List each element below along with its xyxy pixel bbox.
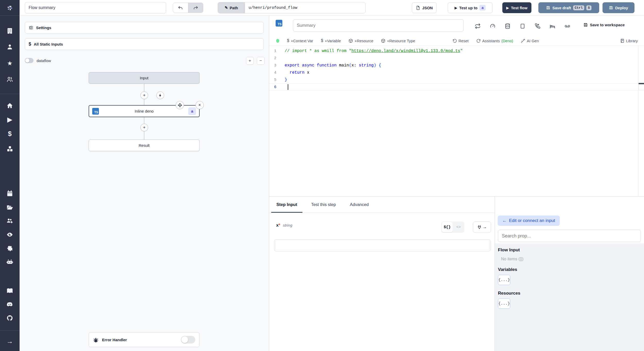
docs-book-icon[interactable] <box>6 287 14 295</box>
save-to-workspace-button[interactable]: Save to workspace <box>583 23 625 27</box>
folders-icon[interactable] <box>6 203 14 211</box>
square-icon[interactable] <box>519 23 526 29</box>
line-number: 4 <box>269 71 279 75</box>
add-resource-button[interactable]: +Resource <box>349 39 373 43</box>
undo-button[interactable] <box>173 3 188 13</box>
package-icon <box>349 39 353 43</box>
assistants-lang: (Deno) <box>501 39 513 43</box>
test-up-to-button[interactable]: ▶ Test up to a <box>448 2 493 13</box>
editor-overview-ruler[interactable] <box>638 46 644 196</box>
save-draft-label: Save draft <box>552 6 571 10</box>
input-mode-toggle: ${} <> <box>441 221 464 233</box>
flow-input-node[interactable]: Input <box>89 72 200 84</box>
step-input-value-field[interactable] <box>274 239 491 251</box>
tab-step-input[interactable]: Step Input <box>271 196 302 212</box>
kbd-s: S <box>586 5 591 10</box>
save-draft-button[interactable]: Save draft Ctrl S <box>538 2 599 13</box>
search-prop-input[interactable] <box>498 230 641 242</box>
flow-result-node[interactable]: Result <box>89 140 200 151</box>
phone-incoming-icon[interactable] <box>534 23 541 29</box>
package-icon <box>381 39 385 43</box>
trigger-bolt-button[interactable] <box>156 91 164 99</box>
bed-icon[interactable] <box>549 23 556 29</box>
template-mode-button[interactable]: ${} <box>442 222 453 232</box>
workers-robot-icon[interactable] <box>6 258 14 266</box>
resources-section-title: Resources <box>498 291 641 296</box>
favorites-star-icon[interactable]: ★ <box>6 59 14 67</box>
undo-redo-group <box>173 3 203 13</box>
json-button-label: JSON <box>422 6 433 10</box>
refresh-cw-icon <box>476 39 481 43</box>
path-group: ✎ Path <box>218 2 366 13</box>
repeat-icon[interactable] <box>474 23 481 29</box>
delete-step-button[interactable]: × <box>196 101 204 109</box>
tab-advanced[interactable]: Advanced <box>345 196 374 212</box>
add-resource-type-button[interactable]: +Resource Type <box>381 39 415 43</box>
database-icon[interactable] <box>504 23 511 29</box>
move-step-button[interactable] <box>176 101 184 109</box>
library-button[interactable]: Library <box>620 39 638 43</box>
plug-icon <box>477 225 482 229</box>
deploy-button[interactable]: Deploy <box>603 2 634 13</box>
path-input[interactable] <box>245 2 365 13</box>
json-button[interactable]: JSON <box>412 2 437 13</box>
error-handler-toggle[interactable] <box>181 336 195 344</box>
code-mode-button[interactable]: <> <box>453 222 464 232</box>
redo-button[interactable] <box>188 3 203 13</box>
dataflow-row: dataflow <box>25 58 51 63</box>
groups-gear-icon[interactable] <box>6 217 14 225</box>
home-icon[interactable] <box>6 102 14 109</box>
user-group-icon[interactable] <box>6 75 14 83</box>
insert-step-button[interactable]: + <box>140 91 148 99</box>
test-flow-button[interactable]: ▶ Test flow <box>502 2 531 13</box>
audit-eye-icon[interactable] <box>6 231 14 238</box>
dataflow-label: dataflow <box>37 58 51 63</box>
line-number: 3 <box>269 63 279 68</box>
line-number: 2 <box>269 56 279 61</box>
add-variable-button[interactable]: $ +Variable <box>321 38 341 43</box>
add-context-var-button[interactable]: $ +Context Var <box>287 38 313 43</box>
all-static-inputs-label: All Static Inputs <box>34 42 63 46</box>
text-cursor <box>288 84 288 90</box>
reset-button[interactable]: Reset <box>453 39 469 43</box>
zoom-in-button[interactable]: + <box>246 57 254 65</box>
rotate-ccw-icon <box>453 39 457 43</box>
sliders-icon <box>29 25 33 30</box>
expand-sidebar-arrow-icon[interactable]: → <box>6 337 14 345</box>
tab-test-this-step[interactable]: Test this step <box>306 196 341 212</box>
gauge-icon[interactable] <box>489 23 496 29</box>
step-summary-input[interactable] <box>293 19 464 32</box>
github-icon[interactable] <box>6 314 14 322</box>
runs-play-icon[interactable]: ▶ <box>6 116 14 123</box>
script-editor-panel: TS Save to workspace $ +Context Var $ +V… <box>269 15 644 351</box>
schedules-calendar-icon[interactable] <box>6 190 14 197</box>
move-icon <box>178 103 182 107</box>
user-icon[interactable] <box>6 43 14 51</box>
zoom-out-button[interactable]: − <box>257 57 265 65</box>
connect-input-plug-button[interactable]: → <box>473 221 491 233</box>
variables-dollar-icon[interactable]: $ <box>6 130 14 138</box>
settings-bar[interactable]: Settings <box>25 22 264 33</box>
edit-or-connect-button[interactable]: ← Edit or connect an input <box>498 216 560 226</box>
flow-summary-input[interactable] <box>25 2 166 13</box>
discord-icon[interactable] <box>6 301 14 308</box>
workspace-building-icon[interactable] <box>6 27 14 35</box>
required-mark: * <box>278 223 280 228</box>
settings-bar-label: Settings <box>36 25 51 30</box>
path-button[interactable]: ✎ Path <box>218 2 245 13</box>
resources-expand-button[interactable]: {...} <box>498 298 510 309</box>
assistants-button[interactable]: Assistants (Deno) <box>476 39 513 43</box>
voicemail-icon[interactable] <box>564 23 571 29</box>
typescript-badge: TS <box>92 108 99 115</box>
resources-cubes-icon[interactable] <box>6 145 14 153</box>
dataflow-toggle[interactable] <box>25 58 33 63</box>
lsp-status-dot <box>276 39 279 43</box>
settings-gear-icon[interactable] <box>6 244 14 252</box>
variables-expand-button[interactable]: {...} <box>498 275 510 285</box>
wand-sparkles-icon <box>521 39 525 43</box>
code-editor[interactable]: 1 // import * as wmill from "https://den… <box>269 46 644 196</box>
all-static-inputs-bar[interactable]: $ All Static Inputs <box>25 38 264 50</box>
windmill-logo-icon[interactable] <box>6 4 14 12</box>
ai-gen-button[interactable]: AI Gen <box>521 39 539 43</box>
insert-step-button[interactable]: + <box>140 124 148 131</box>
